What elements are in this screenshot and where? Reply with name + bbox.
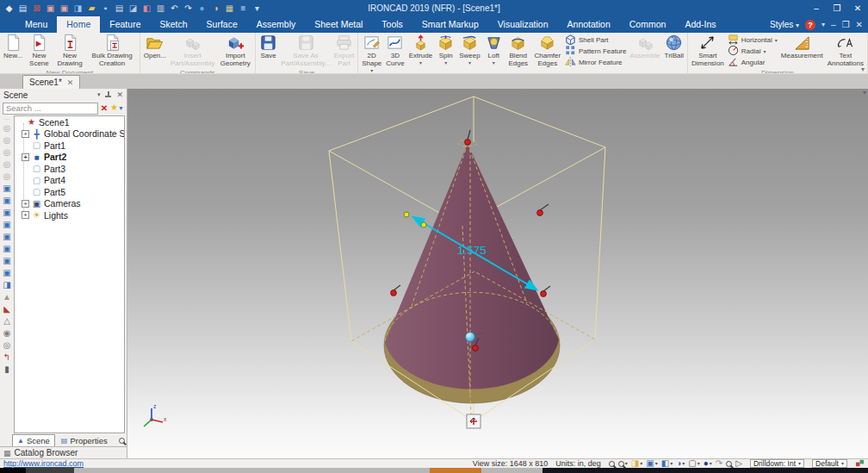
side-tool-icon-9[interactable]: ▣ xyxy=(2,220,12,230)
triball-button[interactable]: TriBall xyxy=(664,34,685,60)
perspective-view-icon[interactable]: ◑▾ xyxy=(676,459,685,468)
3d-curve-button[interactable]: 3D Curve xyxy=(385,34,405,68)
panel-dropdown-icon[interactable]: ▾ xyxy=(97,91,101,98)
new-drawing-button[interactable]: New Drawing xyxy=(55,34,85,68)
tree-item-scene1[interactable]: ★Scene1 xyxy=(15,116,124,128)
minimize-button[interactable]: – xyxy=(806,0,827,16)
angular-button[interactable]: Angular xyxy=(728,57,778,68)
menu-tab-sketch[interactable]: Sketch xyxy=(150,16,196,33)
cone-part[interactable] xyxy=(384,144,560,403)
side-tool-icon-5[interactable]: ◎ xyxy=(2,171,12,182)
expand-icon[interactable]: + xyxy=(22,153,29,161)
new-scene-button[interactable]: New Scene xyxy=(26,34,52,68)
export-icon[interactable]: ◪ xyxy=(127,3,139,14)
side-tool-icon-10[interactable]: ▣ xyxy=(2,232,12,242)
canvas-collapse-arrow[interactable]: ▾ xyxy=(863,89,866,96)
extrude-button[interactable]: Extrude▾ xyxy=(408,34,434,66)
undo-icon[interactable]: ↶ xyxy=(169,3,180,14)
expand-icon[interactable]: + xyxy=(22,200,29,208)
tree-item-part4[interactable]: ▢Part4 xyxy=(15,175,124,187)
print-icon[interactable]: ▤ xyxy=(114,3,125,14)
smart-dimension-button[interactable]: Smart Dimension xyxy=(691,34,725,68)
new-button[interactable]: New... xyxy=(3,34,23,60)
panel-tab-scene[interactable]: ▲Scene xyxy=(12,434,55,446)
anchor-icon[interactable] xyxy=(467,414,480,428)
panel-close-icon[interactable]: ✕ xyxy=(116,90,123,99)
expand-icon[interactable]: + xyxy=(22,130,29,138)
menu-tab-assembly[interactable]: Assembly xyxy=(247,16,306,33)
bulk-drawing-creation-button[interactable]: Bulk Drawing Creation xyxy=(88,34,137,68)
clear-search-icon[interactable]: ✕ xyxy=(101,103,108,114)
menu-tab-tools[interactable]: Tools xyxy=(372,16,412,33)
open-folder-icon[interactable]: ▰ xyxy=(86,3,97,14)
side-tool-icon-3[interactable]: ◎ xyxy=(2,147,12,158)
save-button[interactable]: Save xyxy=(258,34,278,60)
side-toolbar-grip[interactable]: ⋯ xyxy=(4,117,10,121)
viewport-3d[interactable]: ▾ xyxy=(127,89,868,458)
side-tool-icon-13[interactable]: ▣ xyxy=(2,268,12,278)
zoom-window-icon[interactable]: ▾ xyxy=(618,459,628,468)
menu-tab-home[interactable]: Home xyxy=(57,16,100,33)
help-icon[interactable] xyxy=(805,20,815,30)
sweep-button[interactable]: Sweep▾ xyxy=(458,34,480,66)
document-tab[interactable]: Scene1* ✕ xyxy=(22,75,80,89)
menu-tab-sheet-metal[interactable]: Sheet Metal xyxy=(305,16,372,33)
blend-edges-button[interactable]: Blend Edges xyxy=(506,34,530,68)
menu-tab-common[interactable]: Common xyxy=(620,16,676,33)
document-tab-close-icon[interactable]: ✕ xyxy=(67,78,74,87)
app-logo-icon[interactable]: ◆ xyxy=(3,3,15,14)
profile-select[interactable]: Default▾ xyxy=(812,459,847,468)
pan-view-icon[interactable]: ◧▾ xyxy=(661,459,673,468)
menu-tab-menu[interactable]: Menu xyxy=(16,16,57,33)
import-icon[interactable]: ◧ xyxy=(141,3,152,14)
menu-tab-surface[interactable]: Surface xyxy=(197,16,247,33)
zoom-in-icon[interactable] xyxy=(609,461,615,467)
pointer-mini-icon[interactable]: ▷ xyxy=(735,459,742,468)
view-sheet-icon[interactable]: ◨▾ xyxy=(631,459,642,468)
shaded-render-icon[interactable]: ●▾ xyxy=(704,459,712,468)
panel-pin-icon[interactable] xyxy=(104,91,112,99)
catalog-icon[interactable]: ▦ xyxy=(224,3,235,14)
search-input[interactable] xyxy=(3,103,98,115)
doc-minimize-icon[interactable]: – xyxy=(831,20,836,29)
new-document-icon[interactable]: ▤ xyxy=(17,3,28,14)
menu-tab-add-ins[interactable]: Add-Ins xyxy=(675,16,725,33)
previous-view-icon[interactable]: ↷ xyxy=(716,459,722,468)
side-tool-icon-6[interactable]: ▣ xyxy=(2,184,12,194)
qat-more-icon[interactable]: ▾ xyxy=(251,3,263,14)
tree-item-global-coordinate-system[interactable]: +╋Global Coordinate System xyxy=(15,128,124,140)
help-arrow-icon[interactable]: ▾ xyxy=(822,21,825,28)
new-drawing-icon[interactable]: ▣ xyxy=(45,3,56,14)
drawing-sheet-icon[interactable]: ▣ xyxy=(59,3,70,14)
doc-close-icon[interactable]: ✕ xyxy=(856,20,863,29)
search-filter-icon[interactable]: ★▼ xyxy=(110,103,124,114)
render-icon[interactable]: ◑ xyxy=(210,3,221,14)
menu-tab-feature[interactable]: Feature xyxy=(100,16,150,33)
menu-tab-annotation[interactable]: Annotation xyxy=(558,16,620,33)
copy-icon[interactable]: ▥ xyxy=(155,3,166,14)
close-document-icon[interactable]: ⊠ xyxy=(31,3,42,14)
side-tool-icon-21[interactable]: ▮ xyxy=(2,364,12,375)
side-tool-icon-12[interactable]: ▣ xyxy=(2,256,12,266)
export-part-button[interactable]: Export Part xyxy=(333,34,355,68)
side-tool-icon-8[interactable]: ▣ xyxy=(2,208,12,218)
wireframe-cube-icon[interactable]: ▢▾ xyxy=(688,459,699,468)
chamfer-edges-button[interactable]: Chamfer Edges xyxy=(533,34,562,68)
zoom-all-icon[interactable] xyxy=(726,461,732,467)
insert-part-assembly-button[interactable]: Insert Part/Assembly xyxy=(170,34,216,68)
open-button[interactable]: Open... xyxy=(143,34,167,60)
tree-item-part1[interactable]: ▢Part1 xyxy=(15,140,124,152)
redo-icon[interactable]: ↷ xyxy=(183,3,194,14)
side-tool-icon-18[interactable]: ◉ xyxy=(2,328,12,339)
menu-tab-visualization[interactable]: Visualization xyxy=(488,16,558,33)
assemble-button[interactable]: Assemble xyxy=(629,34,660,60)
save-as-part-assembly-button[interactable]: Save As Part/Assembly... xyxy=(281,34,331,68)
mirror-feature-button[interactable]: Mirror Feature xyxy=(565,57,627,68)
panel-tab-properties[interactable]: ▤Properties xyxy=(56,434,113,446)
tree-item-part2[interactable]: +■Part2 xyxy=(15,152,124,164)
2d-shape-button[interactable]: 2D Shape▾ xyxy=(361,34,382,74)
side-tool-icon-14[interactable]: ◨ xyxy=(2,280,12,290)
world-icon[interactable]: ● xyxy=(196,3,208,14)
side-tool-icon-20[interactable]: ↰ xyxy=(2,352,12,363)
restore-button[interactable]: ❐ xyxy=(827,0,847,16)
